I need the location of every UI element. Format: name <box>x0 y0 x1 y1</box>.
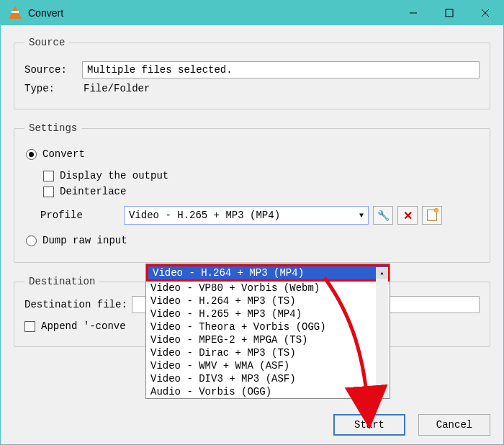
profile-option[interactable]: Video - Theora + Vorbis (OGG) <box>146 320 390 333</box>
settings-group: Settings Convert Display the output Dein… <box>14 122 490 263</box>
append-converted-checkbox[interactable] <box>24 321 35 332</box>
profile-dropdown-list[interactable]: Video - H.264 + MP3 (MP4) Video - VP80 +… <box>145 264 390 399</box>
source-group: Source Source: Type: File/Folder <box>14 37 490 109</box>
profile-option[interactable]: Audio - Vorbis (OGG) <box>146 385 390 398</box>
convert-dialog: Convert Source Source: Type: File/Folder <box>0 0 504 445</box>
scroll-up-icon[interactable]: ▴ <box>376 267 388 279</box>
new-profile-icon <box>427 210 437 221</box>
dump-raw-radio[interactable] <box>26 235 37 246</box>
display-output-checkbox[interactable] <box>43 171 54 181</box>
profile-selected-value: Video - H.265 + MP3 (MP4) <box>129 210 280 221</box>
source-input[interactable] <box>82 61 480 78</box>
window-title: Convert <box>28 7 63 19</box>
source-legend: Source <box>24 37 69 48</box>
minimize-button[interactable] <box>395 1 431 25</box>
profile-option[interactable]: Video - VP80 + Vorbis (Webm) <box>146 282 390 295</box>
edit-profile-button[interactable]: 🔧 <box>373 206 393 225</box>
destination-legend: Destination <box>24 276 99 287</box>
profile-option[interactable]: Video - Dirac + MP3 (TS) <box>146 346 390 359</box>
new-profile-button[interactable] <box>422 206 442 225</box>
svg-rect-1 <box>446 9 453 17</box>
dump-raw-label: Dump raw input <box>42 235 127 246</box>
type-label: Type: <box>24 83 82 94</box>
append-converted-label: Append '-conve <box>41 320 126 332</box>
profile-label: Profile <box>26 210 120 221</box>
deinterlace-label: Deinterlace <box>60 186 126 197</box>
type-value: File/Folder <box>82 83 150 94</box>
delete-profile-button[interactable]: ✕ <box>397 206 418 225</box>
annotation-highlight: Video - H.264 + MP3 (MP4) <box>146 264 390 282</box>
close-button[interactable] <box>467 1 503 25</box>
cancel-button[interactable]: Cancel <box>418 414 490 436</box>
convert-radio-label: Convert <box>42 148 85 160</box>
destination-file-label: Destination file: <box>24 299 127 310</box>
profile-option[interactable]: Video - MPEG-2 + MPGA (TS) <box>146 333 390 346</box>
titlebar[interactable]: Convert <box>1 1 503 25</box>
source-label: Source: <box>24 64 82 76</box>
wrench-icon: 🔧 <box>377 210 390 221</box>
convert-radio[interactable] <box>26 149 37 160</box>
display-output-label: Display the output <box>60 170 168 181</box>
vlc-app-icon <box>8 6 22 20</box>
profile-option[interactable]: Video - H.265 + MP3 (MP4) <box>146 307 390 320</box>
profile-option[interactable]: Video - WMV + WMA (ASF) <box>146 359 390 372</box>
start-button[interactable]: Start <box>333 414 405 436</box>
profile-option[interactable]: Video - DIV3 + MP3 (ASF) <box>146 372 390 385</box>
chevron-down-icon: ▼ <box>359 212 364 220</box>
dropdown-scrollbar[interactable]: ▴ <box>376 267 388 397</box>
profile-option[interactable]: Video - H.264 + MP3 (MP4) <box>148 266 387 279</box>
deinterlace-checkbox[interactable] <box>43 186 54 197</box>
maximize-button[interactable] <box>431 1 467 25</box>
profile-combobox[interactable]: Video - H.265 + MP3 (MP4) ▼ <box>124 206 369 225</box>
settings-legend: Settings <box>24 122 81 134</box>
delete-icon: ✕ <box>403 209 413 223</box>
profile-option[interactable]: Video - H.264 + MP3 (TS) <box>146 295 390 307</box>
